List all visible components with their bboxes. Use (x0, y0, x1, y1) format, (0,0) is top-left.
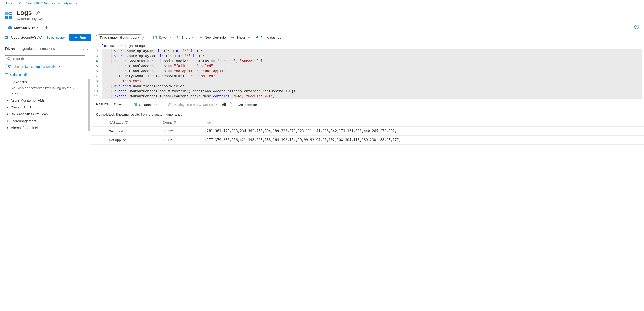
svg-rect-12 (6, 37, 6, 38)
more-icon[interactable]: ⋮ (88, 57, 91, 60)
chevron-down-icon (192, 36, 194, 39)
svg-point-21 (26, 68, 26, 68)
filter-icon[interactable]: ▽ (125, 120, 128, 124)
filter-button[interactable]: Filter (4, 64, 23, 69)
search-field[interactable] (12, 56, 82, 61)
group-by-button[interactable]: Group by: Solution (26, 65, 62, 68)
chevron-down-icon (248, 36, 250, 39)
run-button[interactable]: Run (69, 34, 91, 41)
breadcrumb: Home › Zero Trust (TIC 3.0) - cybersecur… (0, 0, 644, 5)
results-toolbar: Results Chart Columns Display time (UTC+… (92, 99, 644, 110)
svg-rect-1 (5, 16, 8, 18)
status-message: Completed. Showing results from the cust… (92, 110, 644, 119)
sidebar-tab-functions[interactable]: Functions (40, 46, 55, 53)
share-button[interactable]: Share (175, 36, 194, 40)
sidebar-tab-tables[interactable]: Tables (4, 46, 15, 53)
results-tab[interactable]: Results (96, 101, 108, 108)
toolbar: CyberSecuritySOC Select scope Run Time r… (0, 32, 644, 43)
add-tab-button[interactable]: + (42, 23, 51, 32)
export-button[interactable]: Export (230, 36, 250, 40)
scrollbar[interactable] (88, 79, 90, 131)
tab-new-query[interactable]: New Query 1* × (4, 24, 42, 32)
clock-icon (168, 103, 172, 106)
table-row[interactable]: ›Not applied59,179[177,379,335,256,421,3… (92, 136, 644, 144)
search-input[interactable] (4, 55, 85, 62)
svg-rect-5 (10, 12, 11, 14)
svg-rect-2 (9, 16, 12, 18)
share-icon (175, 36, 180, 40)
query-editor[interactable]: 1234567891011 let data = SigninLogs | wh… (92, 43, 644, 99)
columns-button[interactable]: Columns (134, 103, 156, 106)
logs-icon (4, 36, 9, 40)
column-header[interactable]: Count▽ (160, 119, 202, 127)
chevron-down-icon (215, 104, 217, 106)
pin-icon[interactable] (36, 11, 40, 15)
time-range-picker[interactable]: Time range : Set in query (96, 34, 144, 40)
svg-rect-4 (9, 13, 10, 14)
svg-point-20 (26, 66, 26, 67)
page-title: Logs (16, 9, 32, 16)
column-header[interactable]: CAStatus▽ (106, 119, 160, 127)
chart-tab[interactable]: Chart (114, 101, 122, 108)
tree-item[interactable]: ▸LogManagement (4, 117, 87, 124)
svg-rect-23 (136, 104, 137, 106)
list-icon (26, 65, 29, 68)
caret-right-icon: ▸ (7, 126, 9, 130)
favorite-icon[interactable] (634, 25, 640, 30)
chevron-down-icon (154, 104, 156, 106)
caret-right-icon: ▸ (7, 112, 9, 116)
expand-row-icon[interactable]: › (92, 136, 106, 144)
tree-item[interactable]: ▸Azure Monitor for VMs (4, 97, 87, 104)
pin-dashboard-button[interactable]: Pin to dashbo (255, 36, 282, 39)
collapse-icon (4, 73, 8, 76)
group-columns-toggle[interactable] (222, 102, 232, 107)
tree-item[interactable]: ▸DNS Analytics (Preview) (4, 110, 87, 117)
tab-label: New Query 1* (14, 26, 34, 30)
svg-rect-22 (134, 104, 135, 106)
svg-rect-0 (5, 12, 8, 15)
caret-right-icon: ▸ (7, 105, 9, 109)
chevron-right-icon: › (15, 1, 16, 5)
logs-icon (4, 11, 13, 20)
svg-rect-10 (10, 28, 11, 28)
caret-right-icon: ▸ (7, 119, 9, 123)
svg-rect-16 (154, 36, 156, 37)
collapse-panel-icon[interactable]: « (87, 48, 89, 51)
svg-rect-6 (11, 14, 12, 14)
sidebar: Tables Queries Functions ··· « ⋮ Filter … (0, 43, 92, 144)
group-columns-label: Group columns (238, 103, 259, 106)
display-time-button[interactable]: Display time (UTC+00:00) (168, 103, 217, 106)
save-icon (153, 36, 157, 40)
filter-icon (8, 65, 11, 68)
more-icon[interactable]: ··· (80, 48, 84, 51)
breadcrumb-home[interactable]: Home (4, 1, 13, 5)
page-subtitle: CyberSecuritySOC (16, 17, 49, 20)
table-row[interactable]: ›Successful86,823[281,361,479,293,234,36… (92, 127, 644, 136)
workspace-label: CyberSecuritySOC (4, 36, 42, 40)
sidebar-tab-queries[interactable]: Queries (22, 46, 34, 53)
column-header[interactable]: Trend (202, 119, 644, 127)
export-icon (230, 36, 234, 40)
breadcrumb-item[interactable]: Zero Trust (TIC 3.0) - cybersecuritysoc (19, 1, 74, 5)
select-scope-link[interactable]: Select scope (46, 36, 65, 39)
close-icon[interactable]: × (36, 26, 38, 30)
filter-icon[interactable]: ▽ (174, 120, 176, 124)
save-button[interactable]: Save (153, 36, 171, 40)
pin-icon (255, 36, 258, 39)
plus-icon (199, 36, 203, 39)
page-header: Logs ··· CyberSecuritySOC (0, 5, 644, 23)
svg-rect-17 (154, 38, 156, 39)
query-tabs: New Query 1* × + (0, 23, 644, 32)
expand-row-icon[interactable]: › (92, 127, 106, 136)
results-table: CAStatus▽ Count▽ Trend ›Successful86,823… (92, 119, 644, 144)
new-alert-button[interactable]: New alert rule (199, 36, 226, 39)
chevron-down-icon (168, 36, 171, 39)
caret-right-icon: ▸ (7, 98, 9, 102)
play-icon (74, 36, 78, 39)
tree-item[interactable]: ▸Microsoft Sentinel (4, 124, 87, 131)
chevron-right-icon: › (76, 1, 77, 5)
tree-item[interactable]: ▸Change Tracking (4, 104, 87, 110)
favorites-hint: You can add favorites by clicking on the… (12, 86, 80, 96)
more-icon[interactable]: ··· (44, 10, 49, 15)
collapse-all-link[interactable]: Collapse all (4, 73, 91, 76)
